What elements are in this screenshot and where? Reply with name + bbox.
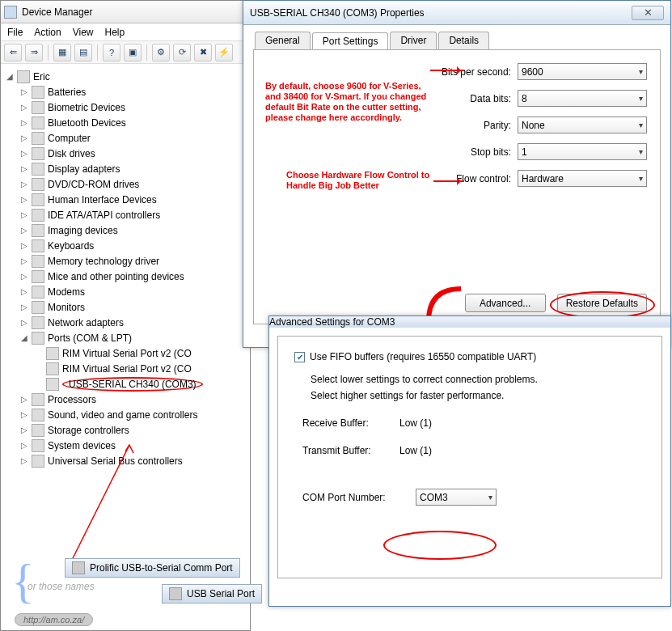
tree-item[interactable]: ▷Display adapters (17, 161, 248, 176)
expand-icon[interactable]: ▷ (20, 318, 28, 327)
tree-item[interactable]: ▷IDE ATA/ATAPI controllers (17, 207, 248, 222)
tb-btn[interactable]: ? (103, 44, 120, 61)
menu-view[interactable]: View (73, 27, 94, 38)
tree-item[interactable]: ▷Disk drives (17, 146, 248, 161)
tb-btn[interactable]: ⚙ (152, 44, 170, 61)
tree-item[interactable]: ▷Human Interface Devices (17, 192, 248, 207)
device-icon (32, 86, 44, 99)
advanced-settings-dialog: Advanced Settings for COM3 ✔ Use FIFO bu… (268, 316, 671, 607)
device-icon (46, 362, 59, 375)
expand-icon[interactable]: ▷ (20, 272, 28, 281)
annotation-arrow (430, 70, 464, 71)
tb-btn[interactable]: ⚡ (215, 44, 233, 61)
expand-icon[interactable]: ▷ (20, 133, 28, 142)
tree-item[interactable]: ▷Universal Serial Bus controllers (17, 453, 248, 468)
port-icon (169, 587, 182, 600)
device-icon (32, 409, 44, 421)
tree-item[interactable]: ▷Bluetooth Devices (17, 115, 248, 130)
tree-item[interactable]: ▷System devices (17, 438, 248, 453)
tree-item[interactable]: ▷Batteries (17, 84, 248, 100)
adv-panel: ✔ Use FIFO buffers (requires 16550 compa… (277, 336, 662, 578)
tree-item[interactable]: ▷Monitors (17, 299, 248, 315)
expand-icon[interactable]: ▷ (20, 195, 28, 204)
tb-btn[interactable]: ✖ (194, 44, 212, 61)
tree-item[interactable]: RIM Virtual Serial Port v2 (CO (32, 345, 248, 361)
tree-item[interactable]: ▷Computer (17, 130, 248, 146)
root-node[interactable]: Eric (33, 71, 50, 83)
adv-titlebar: Advanced Settings for COM3 (269, 316, 670, 328)
device-tree[interactable]: ◢Eric ▷Batteries▷Biometric Devices▷Bluet… (1, 64, 250, 473)
device-icon (32, 424, 44, 437)
collapse-icon[interactable]: ◢ (20, 333, 28, 342)
tree-item[interactable]: ▷Modems (17, 284, 248, 299)
alt-device-name: USB Serial Port (162, 584, 262, 603)
tab-driver[interactable]: Driver (390, 32, 437, 49)
expand-icon[interactable]: ▷ (20, 456, 28, 465)
expand-icon[interactable]: ▷ (20, 395, 28, 404)
parity-select[interactable]: None (518, 116, 647, 133)
expand-icon[interactable]: ▷ (20, 287, 28, 296)
device-icon (46, 378, 59, 391)
advanced-button[interactable]: Advanced... (465, 294, 546, 312)
expand-icon[interactable]: ▷ (20, 441, 28, 450)
comport-select[interactable]: COM3 (416, 489, 497, 506)
devmgr-icon (4, 6, 17, 19)
tree-item[interactable]: USB-SERIAL CH340 (COM3) (32, 376, 248, 392)
menu-file[interactable]: File (7, 27, 23, 38)
tb-btn[interactable]: ▦ (53, 44, 71, 61)
tree-item[interactable]: ▷Keyboards (17, 238, 248, 253)
tab-details[interactable]: Details (438, 32, 489, 49)
expand-icon[interactable]: ▷ (20, 164, 28, 173)
tree-item[interactable]: ▷Processors (17, 392, 248, 407)
bps-select[interactable]: 9600 (518, 63, 647, 80)
back-button[interactable]: ⇐ (4, 44, 22, 61)
menu-action[interactable]: Action (34, 27, 61, 38)
tree-item[interactable]: ▷Network adapters (17, 315, 248, 330)
expand-icon[interactable]: ▷ (20, 210, 28, 219)
tree-item[interactable]: RIM Virtual Serial Port v2 (CO (32, 361, 248, 376)
device-icon (32, 116, 44, 129)
expand-icon[interactable]: ▷ (20, 256, 28, 265)
tree-item[interactable]: ▷Sound, video and game controllers (17, 407, 248, 422)
stopbits-select[interactable]: 1 (518, 143, 647, 160)
annotation-arrow (433, 180, 464, 182)
tree-item[interactable]: ▷Storage controllers (17, 422, 248, 438)
tab-port-settings[interactable]: Port Settings (312, 32, 389, 50)
device-icon (32, 101, 44, 114)
flow-select[interactable]: Hardware (518, 170, 647, 187)
tree-item[interactable]: ▷Imaging devices (17, 222, 248, 238)
window-title: Device Manager (22, 6, 92, 18)
props-titlebar: USB-SERIAL CH340 (COM3) Properties ✕ (243, 1, 670, 25)
fwd-button[interactable]: ⇒ (25, 44, 43, 61)
tree-item[interactable]: ▷Mice and other pointing devices (17, 269, 248, 284)
expand-icon[interactable]: ▷ (20, 410, 28, 419)
menu-help[interactable]: Help (105, 27, 125, 38)
expand-icon[interactable]: ▷ (20, 426, 28, 434)
tab-general[interactable]: General (255, 32, 311, 49)
device-icon (32, 286, 44, 299)
expand-icon[interactable]: ▷ (20, 180, 28, 188)
expand-icon[interactable]: ▷ (20, 149, 28, 158)
parity-label: Parity: (484, 120, 511, 131)
expand-icon[interactable]: ▷ (20, 241, 28, 250)
expand-icon[interactable]: ▷ (20, 118, 28, 127)
ports-node[interactable]: Ports (COM & LPT) (48, 332, 132, 344)
computer-icon (17, 70, 30, 83)
expand-icon[interactable]: ▷ (20, 87, 28, 96)
tb-btn[interactable]: ⟳ (173, 44, 191, 61)
fifo-checkbox[interactable]: ✔ (294, 352, 305, 362)
databits-select[interactable]: 8 (518, 90, 647, 107)
device-manager-window: Device Manager File Action View Help ⇐ ⇒… (0, 0, 251, 631)
expand-icon[interactable]: ▷ (20, 303, 28, 311)
tb-btn[interactable]: ▤ (74, 44, 92, 61)
collapse-icon[interactable]: ◢ (6, 72, 14, 81)
restore-defaults-button[interactable]: Restore Defaults (557, 294, 647, 312)
tb-btn[interactable]: ▣ (124, 44, 142, 61)
tree-item[interactable]: ▷DVD/CD-ROM drives (17, 176, 248, 192)
expand-icon[interactable]: ▷ (20, 103, 28, 112)
expand-icon[interactable]: ▷ (20, 226, 28, 235)
tree-item[interactable]: ▷Memory technology driver (17, 253, 248, 269)
close-button[interactable]: ✕ (632, 6, 664, 20)
device-icon (32, 163, 44, 176)
tree-item[interactable]: ▷Biometric Devices (17, 100, 248, 115)
